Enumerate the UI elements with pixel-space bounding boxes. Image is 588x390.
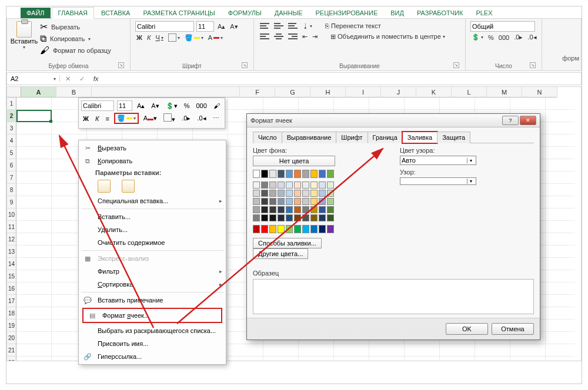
color-swatch[interactable] bbox=[302, 170, 309, 178]
number-launcher[interactable]: ↘ bbox=[530, 62, 536, 68]
mini-bold[interactable]: Ж bbox=[81, 115, 91, 122]
color-swatch[interactable] bbox=[261, 198, 268, 205]
cell[interactable] bbox=[228, 98, 263, 110]
cancel-edit-icon[interactable]: ✕ bbox=[62, 75, 73, 83]
number-format-box[interactable] bbox=[470, 21, 535, 32]
dlg-tab-align[interactable]: Выравнивание bbox=[282, 132, 337, 143]
color-swatch[interactable] bbox=[310, 170, 318, 178]
cell[interactable] bbox=[334, 357, 369, 361]
color-swatch[interactable] bbox=[310, 181, 318, 189]
cell[interactable] bbox=[475, 357, 510, 361]
row-header-3[interactable]: 3 bbox=[7, 122, 16, 135]
tab-developer[interactable]: РАЗРАБОТЧИК bbox=[411, 8, 469, 18]
color-swatch[interactable] bbox=[294, 225, 301, 233]
cell[interactable] bbox=[16, 122, 52, 135]
tab-file[interactable]: ФАЙЛ bbox=[21, 8, 51, 18]
cell[interactable] bbox=[510, 357, 546, 361]
wrap-text-button[interactable]: ⎘ Перенести текст bbox=[325, 22, 381, 29]
cell[interactable] bbox=[299, 98, 334, 110]
align-launcher[interactable]: ↘ bbox=[453, 62, 459, 68]
cell[interactable] bbox=[510, 98, 546, 110]
color-swatch[interactable] bbox=[253, 225, 260, 233]
color-swatch[interactable] bbox=[269, 225, 276, 233]
ctx-insert[interactable]: Вставить... bbox=[79, 210, 226, 223]
align-left[interactable] bbox=[259, 32, 270, 41]
align-right[interactable] bbox=[287, 32, 299, 41]
color-swatch[interactable] bbox=[327, 181, 334, 189]
cell[interactable] bbox=[16, 307, 52, 320]
cell[interactable] bbox=[369, 98, 405, 110]
color-swatch[interactable] bbox=[286, 206, 293, 213]
col-header-G[interactable]: G bbox=[275, 87, 310, 98]
dialog-help-button[interactable]: ? bbox=[502, 116, 519, 125]
color-swatch[interactable] bbox=[286, 170, 293, 178]
fill-color-button[interactable]: 🪣▾ bbox=[183, 33, 205, 42]
percent-button[interactable]: % bbox=[487, 33, 495, 42]
cell[interactable] bbox=[440, 98, 475, 110]
color-palette[interactable] bbox=[253, 170, 382, 233]
col-header-J[interactable]: J bbox=[381, 87, 416, 98]
fx-icon[interactable]: fx bbox=[91, 75, 101, 82]
row-header-2[interactable]: 2 bbox=[7, 110, 16, 122]
color-swatch[interactable] bbox=[253, 198, 260, 205]
cell[interactable] bbox=[299, 344, 334, 357]
col-header-M[interactable]: M bbox=[487, 87, 522, 98]
cell[interactable] bbox=[263, 98, 299, 110]
tab-data[interactable]: ДАННЫЕ bbox=[269, 8, 309, 18]
row-header-20[interactable]: 20 bbox=[7, 332, 16, 344]
color-swatch[interactable] bbox=[294, 181, 301, 189]
align-top[interactable] bbox=[259, 21, 270, 31]
color-swatch[interactable] bbox=[302, 181, 309, 189]
color-swatch[interactable] bbox=[327, 225, 334, 233]
color-swatch[interactable] bbox=[302, 198, 309, 205]
cut-button[interactable]: Вырезать bbox=[50, 23, 81, 31]
orientation[interactable]: ⭭▾ bbox=[301, 22, 313, 30]
font-name-box[interactable] bbox=[135, 21, 194, 32]
ctx-filter[interactable]: Фильтр bbox=[79, 265, 226, 278]
dlg-tab-protect[interactable]: Защита bbox=[437, 132, 470, 143]
color-swatch[interactable] bbox=[302, 190, 309, 197]
font-size-box[interactable] bbox=[196, 21, 214, 32]
ctx-format-cells[interactable]: ▤Формат ячеек... bbox=[83, 309, 221, 322]
cell[interactable] bbox=[16, 184, 52, 196]
row-header-15[interactable]: 15 bbox=[7, 270, 16, 283]
italic-button[interactable]: К bbox=[146, 33, 152, 42]
color-swatch[interactable] bbox=[294, 190, 301, 197]
cell[interactable] bbox=[16, 332, 52, 344]
ctx-pick-from-list[interactable]: Выбрать из раскрывающегося списка... bbox=[79, 324, 226, 337]
color-swatch[interactable] bbox=[327, 198, 334, 205]
cell[interactable] bbox=[16, 221, 52, 233]
paste-button[interactable]: Вставить ▾ bbox=[12, 21, 36, 57]
color-swatch[interactable] bbox=[261, 190, 268, 197]
row-header-22[interactable]: 22 bbox=[7, 357, 16, 361]
ctx-clear[interactable]: Очистить содержимое bbox=[79, 236, 226, 249]
more-colors-button[interactable]: Другие цвета... bbox=[253, 248, 308, 259]
row-header-7[interactable]: 7 bbox=[7, 172, 16, 184]
color-swatch[interactable] bbox=[269, 170, 276, 178]
inc-decimal[interactable]: .0▸ bbox=[513, 33, 524, 42]
font-color-button[interactable]: A▾ bbox=[207, 33, 224, 42]
mini-accounting[interactable]: 💲▾ bbox=[164, 102, 179, 110]
comma-button[interactable]: 000 bbox=[497, 33, 510, 42]
ctx-insert-comment[interactable]: 💬Вставить примечание bbox=[79, 294, 226, 307]
cell[interactable] bbox=[475, 344, 510, 357]
color-swatch[interactable] bbox=[327, 170, 334, 178]
color-swatch[interactable] bbox=[278, 198, 285, 205]
color-swatch[interactable] bbox=[319, 181, 326, 189]
cell[interactable] bbox=[334, 98, 369, 110]
col-header-I[interactable]: I bbox=[346, 87, 381, 98]
cell[interactable] bbox=[16, 344, 52, 357]
color-swatch[interactable] bbox=[253, 170, 260, 178]
dialog-cancel-button[interactable]: Отмена bbox=[492, 323, 534, 335]
color-swatch[interactable] bbox=[261, 225, 268, 233]
row-header-10[interactable]: 10 bbox=[7, 209, 16, 221]
color-swatch[interactable] bbox=[319, 190, 326, 197]
row-header-11[interactable]: 11 bbox=[7, 221, 16, 233]
dialog-close-button[interactable]: ✕ bbox=[520, 116, 536, 125]
color-swatch[interactable] bbox=[286, 181, 293, 189]
cell[interactable] bbox=[16, 135, 52, 147]
color-swatch[interactable] bbox=[269, 181, 276, 189]
cell[interactable] bbox=[334, 344, 369, 357]
color-swatch[interactable] bbox=[302, 206, 309, 213]
mini-fill-color[interactable]: 🪣▾ bbox=[114, 113, 139, 124]
